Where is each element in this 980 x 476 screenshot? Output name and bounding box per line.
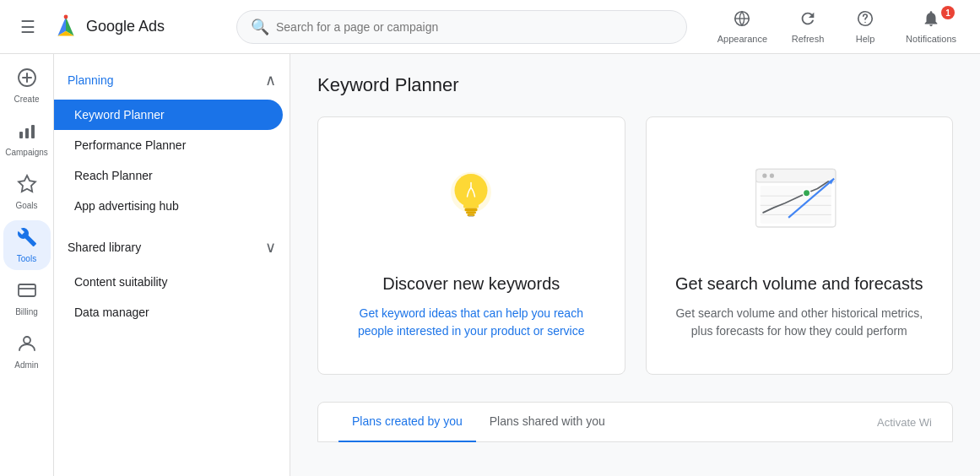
svg-point-1 <box>64 14 68 19</box>
icon-nav: Create Campaigns Goals Tools <box>0 54 54 476</box>
chart-icon <box>749 151 850 252</box>
svg-rect-15 <box>466 211 476 214</box>
svg-rect-19 <box>755 169 835 181</box>
refresh-icon <box>799 9 817 32</box>
svg-point-21 <box>770 174 774 178</box>
app-header: ☰ Google Ads 🔍 Appearan <box>0 0 980 54</box>
svg-point-26 <box>803 189 810 197</box>
nav-create[interactable]: Create <box>3 61 51 111</box>
tab-plans-shared[interactable]: Plans shared with you <box>476 402 619 442</box>
help-icon <box>856 9 874 32</box>
svg-rect-8 <box>31 125 35 138</box>
help-label: Help <box>856 34 875 44</box>
create-icon <box>17 68 37 93</box>
tool-cards-row: Discover new keywords Get keyword ideas … <box>317 116 953 375</box>
nav-goals[interactable]: Goals <box>3 167 51 217</box>
appearance-label: Appearance <box>717 34 767 44</box>
svg-rect-14 <box>465 208 478 212</box>
nav-billing[interactable]: Billing <box>3 273 51 323</box>
plans-tabs: Plans created by you Plans shared with y… <box>317 402 953 442</box>
nav-admin-label: Admin <box>14 360 38 370</box>
sidebar: Planning ∧ Keyword Planner Performance P… <box>54 54 290 476</box>
brand-name: Google Ads <box>86 18 165 35</box>
planning-chevron-icon: ∧ <box>265 71 276 89</box>
nav-admin[interactable]: Admin <box>3 327 51 376</box>
sidebar-item-keyword-planner[interactable]: Keyword Planner <box>54 100 283 130</box>
svg-point-12 <box>455 174 488 207</box>
appearance-icon <box>733 9 751 32</box>
appearance-button[interactable]: Appearance <box>707 4 777 49</box>
planning-label: Planning <box>68 73 114 87</box>
svg-rect-13 <box>463 204 479 208</box>
nav-tools[interactable]: Tools <box>3 220 51 270</box>
nav-campaigns[interactable]: Campaigns <box>3 114 51 164</box>
shared-library-chevron-icon: ∨ <box>265 238 276 257</box>
notifications-wrap: Notifications 1 <box>896 4 966 49</box>
search-input[interactable] <box>276 20 673 34</box>
billing-icon <box>17 280 37 306</box>
activate-watermark: Activate Wi <box>877 416 932 429</box>
logo-area: Google Ads <box>52 14 165 41</box>
svg-point-20 <box>762 174 766 178</box>
search-input-wrap: 🔍 <box>236 10 687 44</box>
notifications-label: Notifications <box>906 34 956 44</box>
card2-title: Get search volume and forecasts <box>675 273 923 295</box>
planning-section-header[interactable]: Planning ∧ <box>54 61 290 100</box>
search-volume-card[interactable]: Get search volume and forecasts Get sear… <box>646 116 954 375</box>
nav-tools-label: Tools <box>17 254 36 263</box>
hamburger-icon: ☰ <box>20 18 35 36</box>
shared-library-header[interactable]: Shared library ∨ <box>54 228 290 267</box>
google-logo-icon <box>52 14 79 41</box>
svg-rect-6 <box>19 132 23 138</box>
tab-plans-created[interactable]: Plans created by you <box>338 402 476 442</box>
tools-icon <box>17 227 37 252</box>
svg-rect-7 <box>25 128 29 138</box>
shared-library-label: Shared library <box>68 241 141 254</box>
svg-rect-9 <box>19 284 35 296</box>
refresh-label: Refresh <box>792 34 825 44</box>
campaigns-icon <box>17 121 37 146</box>
notifications-button[interactable]: Notifications <box>896 4 966 49</box>
search-bar: 🔍 <box>236 10 687 44</box>
sidebar-item-performance-planner[interactable]: Performance Planner <box>54 130 283 160</box>
menu-toggle-button[interactable]: ☰ <box>14 10 42 44</box>
help-button[interactable]: Help <box>838 4 892 49</box>
svg-point-10 <box>24 337 30 343</box>
card1-title: Discover new keywords <box>382 273 560 295</box>
search-icon: 🔍 <box>251 18 269 36</box>
refresh-button[interactable]: Refresh <box>781 4 835 49</box>
notifications-icon <box>922 9 940 32</box>
header-left: ☰ Google Ads <box>14 10 216 44</box>
sidebar-item-reach-planner[interactable]: Reach Planner <box>54 160 283 191</box>
svg-rect-22 <box>760 186 831 224</box>
svg-point-4 <box>864 22 865 23</box>
sidebar-item-data-manager[interactable]: Data manager <box>54 297 290 327</box>
planning-section: Planning ∧ Keyword Planner Performance P… <box>54 61 290 221</box>
sidebar-item-content-suitability[interactable]: Content suitability <box>54 267 290 297</box>
goals-icon <box>17 174 37 199</box>
nav-campaigns-label: Campaigns <box>5 148 48 157</box>
sidebar-item-app-advertising-hub[interactable]: App advertising hub <box>54 191 283 221</box>
nav-goals-label: Goals <box>15 201 37 210</box>
admin-icon <box>17 333 37 359</box>
nav-billing-label: Billing <box>15 307 38 316</box>
app-body: Create Campaigns Goals Tools <box>0 54 980 476</box>
card1-desc: Get keyword ideas that can help you reac… <box>345 305 598 340</box>
nav-create-label: Create <box>14 95 39 104</box>
header-right: Appearance Refresh Help Notifications 1 <box>707 4 966 49</box>
notification-badge: 1 <box>941 6 955 19</box>
main-content: Keyword Planner <box>290 54 980 476</box>
card2-desc: Get search volume and other historical m… <box>674 305 926 340</box>
discover-keywords-card[interactable]: Discover new keywords Get keyword ideas … <box>317 116 625 375</box>
page-title: Keyword Planner <box>317 74 953 96</box>
lightbulb-icon <box>420 151 522 252</box>
